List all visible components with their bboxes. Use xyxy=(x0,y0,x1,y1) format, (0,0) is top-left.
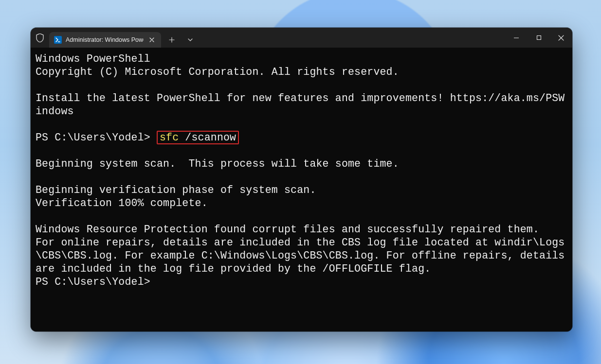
command-arg: /scannow xyxy=(179,132,236,143)
admin-shield-icon xyxy=(36,33,44,43)
minimize-button[interactable] xyxy=(505,28,528,48)
maximize-button[interactable] xyxy=(528,28,550,48)
svg-rect-2 xyxy=(537,36,541,40)
term-line: Install the latest PowerShell for new fe… xyxy=(36,92,565,117)
term-line: Copyright (C) Microsoft Corporation. All… xyxy=(36,66,399,78)
window-titlebar[interactable]: Administrator: Windows Powe xyxy=(31,28,572,48)
close-button[interactable] xyxy=(550,28,572,48)
term-line: Windows PowerShell xyxy=(36,53,150,65)
command-sfc: sfc xyxy=(160,132,179,143)
term-line: Verification 100% complete. xyxy=(36,197,208,209)
command-highlight: sfc /scannow xyxy=(157,131,239,144)
new-tab-button[interactable] xyxy=(164,32,180,48)
titlebar-left: Administrator: Windows Powe xyxy=(31,28,198,48)
term-line: Beginning verification phase of system s… xyxy=(36,184,316,196)
terminal-output[interactable]: Windows PowerShell Copyright (C) Microso… xyxy=(31,48,572,331)
terminal-window: Administrator: Windows Powe xyxy=(31,28,572,331)
tab-title: Administrator: Windows Powe xyxy=(66,36,144,43)
tab-dropdown-button[interactable] xyxy=(182,32,198,48)
term-line: Beginning system scan. This process will… xyxy=(36,158,399,170)
window-controls xyxy=(505,28,572,48)
powershell-icon xyxy=(54,36,62,44)
titlebar-drag-area[interactable] xyxy=(198,28,505,48)
tab-powershell[interactable]: Administrator: Windows Powe xyxy=(49,32,161,48)
term-prompt: PS C:\Users\Yodel> xyxy=(36,276,150,288)
tab-close-button[interactable] xyxy=(147,35,156,44)
term-prompt: PS C:\Users\Yodel> xyxy=(36,132,157,143)
term-line: Windows Resource Protection found corrup… xyxy=(36,224,571,275)
